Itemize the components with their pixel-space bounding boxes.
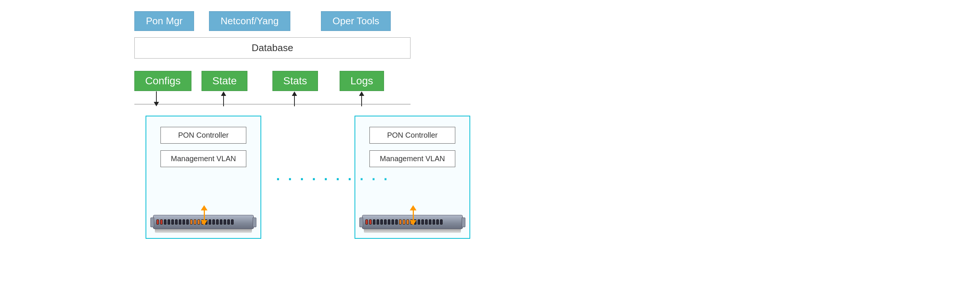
configs-label: Configs: [145, 75, 181, 87]
horizontal-separator: [134, 104, 410, 105]
switch-port: [425, 219, 428, 224]
switch-port: [395, 219, 398, 224]
switch-port: [422, 219, 424, 224]
architecture-diagram: Pon Mgr Netconf/Yang Oper Tools Database…: [127, 8, 612, 283]
switch-port: [436, 219, 439, 224]
state-arrow-up: [221, 91, 226, 107]
switch-port: [156, 219, 159, 224]
switch-port: [194, 219, 196, 224]
switch-port: [183, 219, 185, 224]
switch-ear-right: [461, 218, 465, 227]
switch-port: [197, 219, 200, 224]
oper-tools-box: Oper Tools: [321, 11, 391, 31]
switch-port: [380, 219, 383, 224]
switch-port: [231, 219, 234, 224]
arrow-shaft: [156, 91, 157, 102]
switch-port: [402, 219, 405, 224]
switch-port: [175, 219, 178, 224]
pon-controller-left-label: PON Controller: [178, 131, 229, 139]
switch-port: [224, 219, 226, 224]
arrow-shaft: [223, 96, 224, 107]
switch-port: [179, 219, 181, 224]
switch-port: [418, 219, 420, 224]
switch-port: [227, 219, 230, 224]
pon-mgr-label: Pon Mgr: [146, 15, 183, 27]
switch-port: [216, 219, 219, 224]
switch-port: [406, 219, 409, 224]
configs-arrow-down: [154, 91, 159, 107]
state-box: State: [202, 71, 247, 91]
stats-arrow-up: [292, 91, 297, 107]
switch-port: [384, 219, 387, 224]
netconf-yang-box: Netconf/Yang: [209, 11, 290, 31]
switch-port: [212, 219, 215, 224]
switch-port: [365, 219, 368, 224]
stats-label: Stats: [283, 75, 307, 87]
switch-port: [429, 219, 431, 224]
switch-ear-left: [150, 218, 154, 227]
arrow-shaft: [294, 96, 295, 107]
oper-tools-label: Oper Tools: [332, 15, 379, 27]
switch-port: [369, 219, 372, 224]
arrow-head-up-icon: [292, 91, 297, 96]
switch-shadow: [364, 229, 461, 233]
switch-port: [164, 219, 167, 224]
arrow-head-up-icon: [221, 91, 226, 96]
arrow-head-down-icon: [154, 102, 159, 107]
arrow-head-up-icon: [359, 91, 364, 96]
mgmt-vlan-right: Management VLAN: [369, 150, 455, 167]
switch-port: [171, 219, 174, 224]
logs-label: Logs: [350, 75, 373, 87]
pon-controller-right: PON Controller: [369, 127, 455, 144]
pon-mgr-box: Pon Mgr: [134, 11, 194, 31]
switch-port: [190, 219, 192, 224]
arrow-shaft-orange: [204, 210, 205, 220]
mgmt-vlan-left: Management VLAN: [161, 150, 246, 167]
switch-ear-left: [360, 218, 363, 227]
pon-controller-right-label: PON Controller: [387, 131, 438, 139]
switch-port: [160, 219, 163, 224]
switch-port: [388, 219, 390, 224]
switch-port: [377, 219, 379, 224]
mgmt-vlan-left-label: Management VLAN: [171, 154, 236, 163]
stats-box: Stats: [272, 71, 318, 91]
switch-port: [433, 219, 435, 224]
arrow-up-orange-icon: [201, 205, 207, 210]
switch-port: [167, 219, 170, 224]
arrow-down-orange-icon: [410, 220, 417, 225]
switch-port: [220, 219, 223, 224]
configs-box: Configs: [134, 71, 191, 91]
switch-ear-right: [253, 218, 256, 227]
switch-port: [391, 219, 394, 224]
arrow-shaft-orange: [413, 210, 414, 220]
arrow-down-orange-icon: [201, 220, 207, 225]
state-label: State: [212, 75, 237, 87]
double-arrow-left: [201, 205, 207, 225]
database-box: Database: [134, 37, 410, 59]
switch-port: [399, 219, 402, 224]
switch-port: [373, 219, 375, 224]
switch-port: [208, 219, 211, 224]
double-arrow-right: [410, 205, 417, 225]
database-label: Database: [251, 42, 293, 53]
logs-arrow-up: [359, 91, 364, 107]
pon-controller-left: PON Controller: [161, 127, 246, 144]
logs-box: Logs: [340, 71, 384, 91]
switch-port: [440, 219, 442, 224]
switch-shadow: [155, 229, 252, 233]
arrow-shaft: [361, 96, 362, 107]
mgmt-vlan-right-label: Management VLAN: [380, 154, 445, 163]
switch-port: [186, 219, 189, 224]
arrow-up-orange-icon: [410, 205, 417, 210]
netconf-yang-label: Netconf/Yang: [221, 15, 279, 27]
